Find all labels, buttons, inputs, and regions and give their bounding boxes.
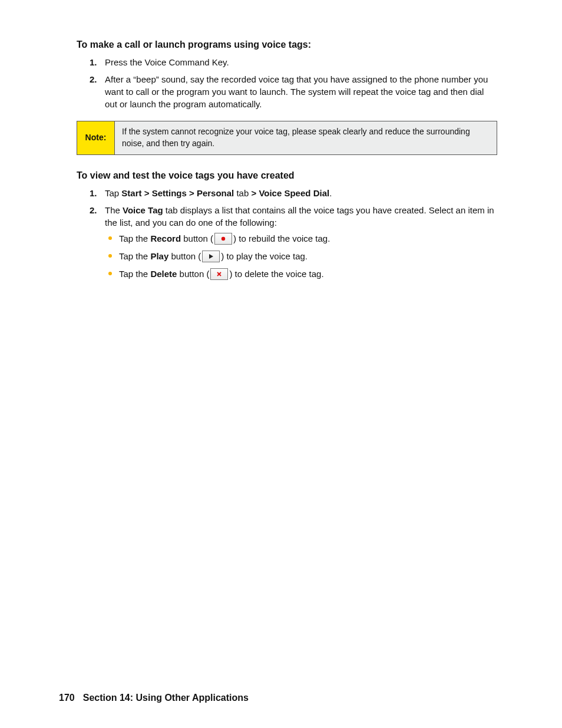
bullet-list: Tap the Record button () to rebuild the … <box>105 232 497 281</box>
document-page: To make a call or launch programs using … <box>0 0 562 728</box>
note-label: Note: <box>77 121 115 154</box>
text-fragment: ) to rebuild the voice tag. <box>233 233 330 243</box>
play-icon <box>202 251 220 262</box>
text-fragment: tab <box>234 188 251 198</box>
steps-view-test: 1. Tap Start > Settings > Personal tab >… <box>77 187 497 281</box>
note-body: If the system cannot recognize your voic… <box>115 121 497 154</box>
bullet-item: Tap the Record button () to rebuild the … <box>119 232 497 245</box>
step-number: 2. <box>90 73 97 85</box>
bullet-item: Tap the Delete button () to delete the v… <box>119 268 497 281</box>
steps-make-call: 1. Press the Voice Command Key. 2. After… <box>77 56 497 110</box>
step-text: After a “beep” sound, say the recorded v… <box>105 74 488 109</box>
text-fragment: Tap the <box>119 251 150 261</box>
step-text: Press the Voice Command Key. <box>105 57 229 67</box>
text-bold: Delete <box>150 269 177 279</box>
text-fragment: ) to play the voice tag. <box>221 251 308 261</box>
text-fragment: Tap <box>105 188 121 198</box>
text-bold: Voice Tag <box>123 205 163 215</box>
step-item: 2. After a “beep” sound, say the recorde… <box>105 73 497 110</box>
heading-make-call: To make a call or launch programs using … <box>77 38 497 51</box>
step-number: 1. <box>90 187 97 199</box>
page-number: 170 <box>59 693 75 703</box>
text-fragment: Tap the <box>119 269 150 279</box>
text-fragment: ) to delete the voice tag. <box>229 269 323 279</box>
section-title: Section 14: Using Other Applications <box>83 693 249 703</box>
step-text: The Voice Tag tab displays a list that c… <box>105 205 494 228</box>
step-number: 1. <box>90 56 97 68</box>
text-fragment: . <box>329 188 332 198</box>
text-fragment: button ( <box>181 233 213 243</box>
step-item: 1. Press the Voice Command Key. <box>105 56 497 68</box>
step-item: 1. Tap Start > Settings > Personal tab >… <box>105 187 497 199</box>
text-bold: > Voice Speed Dial <box>251 188 329 198</box>
page-footer: 170Section 14: Using Other Applications <box>59 691 249 704</box>
step-number: 2. <box>90 204 97 216</box>
text-fragment: Tap the <box>119 233 150 243</box>
text-bold: Start > Settings > Personal <box>121 188 234 198</box>
text-fragment: The <box>105 205 123 215</box>
text-bold: Play <box>150 251 168 261</box>
svg-marker-1 <box>209 254 213 259</box>
note-box: Note: If the system cannot recognize you… <box>77 121 497 154</box>
step-item: 2. The Voice Tag tab displays a list tha… <box>105 204 497 281</box>
text-fragment: button ( <box>177 269 209 279</box>
text-fragment: tab displays a list that contains all th… <box>105 205 494 228</box>
heading-view-test: To view and test the voice tags you have… <box>77 169 497 182</box>
svg-point-0 <box>222 237 225 241</box>
bullet-item: Tap the Play button () to play the voice… <box>119 250 497 263</box>
record-icon <box>214 233 232 245</box>
step-text: Tap Start > Settings > Personal tab > Vo… <box>105 188 332 198</box>
text-fragment: button ( <box>168 251 201 261</box>
text-bold: Record <box>150 233 181 243</box>
delete-icon <box>210 268 228 280</box>
